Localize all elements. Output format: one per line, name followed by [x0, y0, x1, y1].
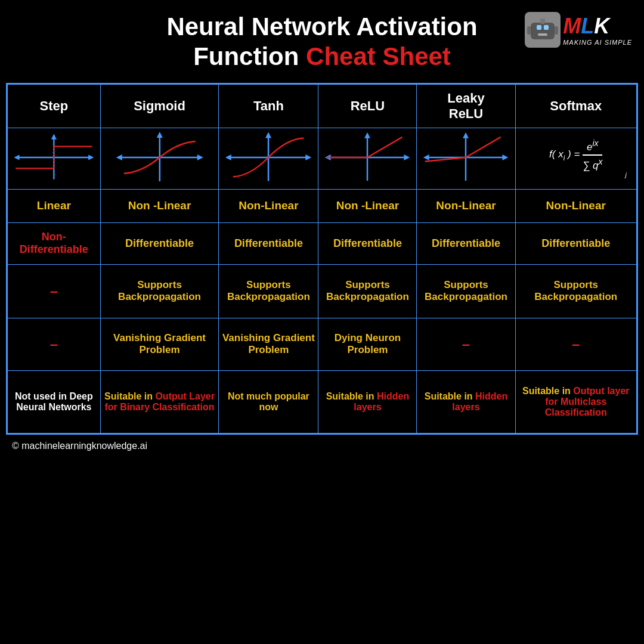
problems-relu: Dying Neuron Problem — [318, 318, 417, 370]
svg-rect-1 — [537, 25, 541, 30]
diff-relu: Differentiable — [318, 222, 417, 264]
backprop-relu: Supports Backpropagation — [318, 264, 417, 318]
svg-rect-3 — [538, 33, 547, 36]
svg-line-32 — [367, 137, 402, 157]
backprop-step: – — [8, 264, 101, 318]
svg-marker-29 — [404, 154, 410, 160]
backprop-softmax: Supports Backpropagation — [515, 264, 637, 318]
svg-rect-0 — [531, 23, 555, 39]
svg-marker-24 — [306, 154, 312, 160]
logo-robot-icon — [525, 12, 561, 48]
title-line1: Neural Network Activation — [166, 12, 477, 42]
header-row: Step Sigmoid Tanh ReLU LeakyReLU Softmax — [8, 84, 637, 128]
svg-rect-5 — [541, 16, 544, 19]
svg-marker-34 — [463, 132, 469, 138]
svg-marker-20 — [116, 154, 122, 160]
usecase-relu: Suitable in Hidden layers — [318, 370, 417, 433]
backprop-row: – Supports Backpropagation Supports Back… — [8, 264, 637, 318]
svg-marker-19 — [197, 154, 203, 160]
problems-leaky-relu: – — [417, 318, 515, 370]
svg-marker-17 — [157, 132, 163, 138]
linearity-tanh: Non-Linear — [219, 189, 318, 222]
problems-sigmoid: Vanishing Gradient Problem — [100, 318, 219, 370]
graph-leaky-relu — [417, 128, 515, 189]
svg-rect-6 — [527, 26, 531, 35]
copyright-text: © machinelearningknowledge.ai — [12, 441, 147, 451]
page-title: Neural Network Activation Function Cheat… — [166, 12, 477, 72]
title-line2: Function Cheat Sheet — [166, 42, 477, 72]
header: Neural Network Activation Function Cheat… — [6, 12, 638, 72]
col-tanh: Tanh — [219, 84, 318, 128]
graph-softmax: f( xi ) = eix ∑ qx j — [515, 128, 637, 189]
diff-softmax: Differentiable — [515, 222, 637, 264]
usecase-tanh: Not much popular now — [219, 370, 318, 433]
usecase-step: Not used in Deep Neural Networks — [8, 370, 101, 433]
svg-marker-37 — [423, 154, 429, 160]
linearity-row: Linear Non -Linear Non-Linear Non -Linea… — [8, 189, 637, 222]
backprop-tanh: Supports Backpropagation — [219, 264, 318, 318]
svg-marker-27 — [365, 132, 371, 138]
col-softmax: Softmax — [515, 84, 637, 128]
linearity-step: Linear — [8, 189, 101, 222]
diff-leaky-relu: Differentiable — [417, 222, 515, 264]
svg-rect-7 — [555, 26, 558, 35]
svg-rect-2 — [544, 25, 549, 30]
graph-step — [8, 128, 101, 189]
svg-line-39 — [466, 137, 501, 157]
main-table-container: Step Sigmoid Tanh ReLU LeakyReLU Softmax — [6, 83, 638, 435]
linearity-relu: Non -Linear — [318, 189, 417, 222]
problems-tanh: Vanishing Gradient Problem — [219, 318, 318, 370]
linearity-leaky-relu: Non-Linear — [417, 189, 515, 222]
svg-marker-36 — [503, 154, 509, 160]
usecase-sigmoid: Suitable in Output Layer for Binary Clas… — [100, 370, 219, 433]
col-sigmoid: Sigmoid — [100, 84, 219, 128]
footer: © machinelearningknowledge.ai — [6, 441, 147, 451]
svg-marker-12 — [14, 154, 19, 160]
usecases-row: Not used in Deep Neural Networks Suitabl… — [8, 370, 637, 433]
graph-tanh — [219, 128, 318, 189]
diff-step: Non-Differentiable — [8, 222, 101, 264]
svg-marker-11 — [88, 154, 94, 160]
title-function: Function — [193, 42, 306, 70]
usecase-softmax: Suitable in Output layer for Multiclass … — [515, 370, 637, 433]
title-cheatsheet: Cheat Sheet — [306, 42, 451, 70]
diff-row: Non-Differentiable Differentiable Differ… — [8, 222, 637, 264]
logo-mlk-text: MLK — [563, 14, 632, 39]
problems-row: – Vanishing Gradient Problem Vanishing G… — [8, 318, 637, 370]
problems-softmax: – — [515, 318, 637, 370]
logo: MLK MAKING AI SIMPLE — [525, 12, 632, 48]
diff-sigmoid: Differentiable — [100, 222, 219, 264]
linearity-sigmoid: Non -Linear — [100, 189, 219, 222]
linearity-softmax: Non-Linear — [515, 189, 637, 222]
problems-step: – — [8, 318, 101, 370]
logo-subtitle: MAKING AI SIMPLE — [563, 39, 632, 46]
col-relu: ReLU — [318, 84, 417, 128]
col-step: Step — [8, 84, 101, 128]
usecase-leaky-relu: Suitable in Hidden layers — [417, 370, 515, 433]
col-leaky-relu: LeakyReLU — [417, 84, 515, 128]
page: Neural Network Activation Function Cheat… — [0, 0, 644, 644]
svg-marker-25 — [225, 154, 231, 160]
diff-tanh: Differentiable — [219, 222, 318, 264]
backprop-sigmoid: Supports Backpropagation — [100, 264, 219, 318]
svg-marker-10 — [51, 134, 57, 139]
activation-table: Step Sigmoid Tanh ReLU LeakyReLU Softmax — [7, 84, 637, 434]
graph-relu — [318, 128, 417, 189]
graph-row: f( xi ) = eix ∑ qx j — [8, 128, 637, 189]
svg-marker-22 — [265, 132, 271, 138]
backprop-leaky-relu: Supports Backpropagation — [417, 264, 515, 318]
graph-sigmoid — [100, 128, 219, 189]
